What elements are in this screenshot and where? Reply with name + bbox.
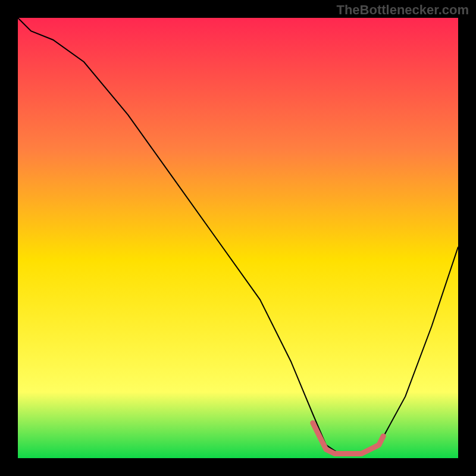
bottleneck-chart (18, 18, 458, 458)
chart-plot-area (18, 18, 458, 458)
watermark-text: TheBottlenecker.com (336, 2, 469, 18)
gradient-background (18, 18, 458, 458)
